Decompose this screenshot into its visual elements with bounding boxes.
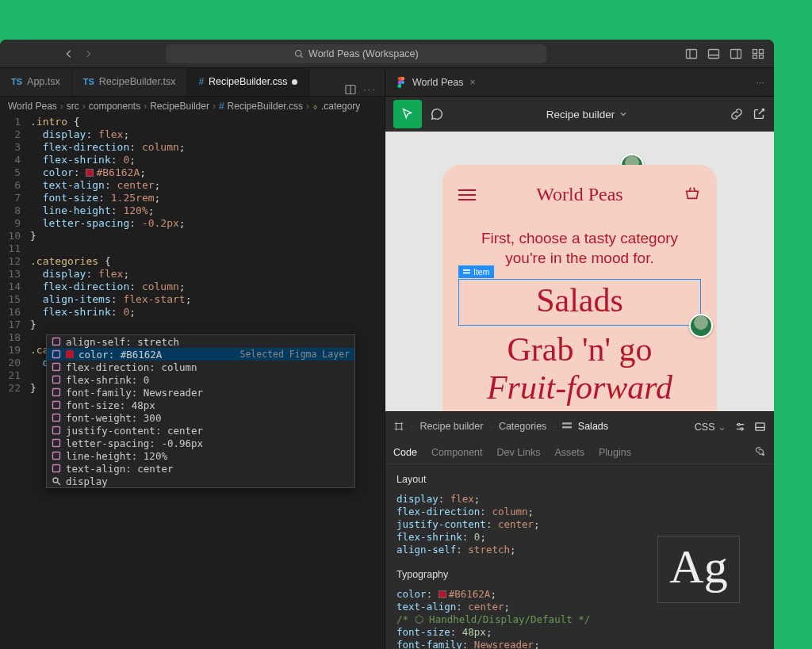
inspector-crumb[interactable]: Categories (499, 421, 546, 432)
layout-panel-bottom-icon[interactable] (707, 48, 720, 60)
suggest-item[interactable]: align-self: stretch (47, 335, 354, 348)
command-search[interactable]: World Peas (Workspace) (166, 44, 546, 63)
typography-css[interactable]: color: #B6162A; text-align: center; /* ⬡… (396, 588, 612, 649)
hamburger-icon (458, 189, 476, 200)
tab-label: RecipeBuilder.css (209, 76, 287, 87)
figma-inspector: · Recipe builder · Categories · Salads C… (385, 411, 774, 649)
nav-back-icon[interactable] (63, 48, 75, 59)
suggest-item[interactable]: color: #B6162ASelected Figma Layer (47, 348, 354, 361)
layout-css[interactable]: display: flex; flex-direction: column; j… (396, 493, 612, 556)
suggest-item[interactable]: font-weight: 300 (47, 411, 354, 424)
inspector-crumb[interactable]: Salads (578, 421, 608, 432)
inspector-tabs: Code Component Dev Links Assets Plugins (385, 441, 774, 464)
design-frame[interactable]: World Peas First, choose a tasty categor… (442, 165, 717, 411)
chevron-down-icon (619, 110, 627, 118)
svg-rect-14 (53, 402, 60, 409)
svg-rect-23 (463, 272, 470, 273)
layout-sidebar-left-icon[interactable] (685, 48, 698, 60)
search-text: World Peas (Workspace) (308, 48, 418, 59)
svg-rect-4 (753, 49, 756, 53)
editor-pane: TS App.tsx TS RecipeBuilder.tsx # Recipe… (0, 68, 385, 649)
svg-rect-19 (53, 465, 60, 472)
tab-label: RecipeBuilder.tsx (99, 76, 176, 87)
tab-devlinks[interactable]: Dev Links (497, 447, 541, 458)
nav-fwd-icon[interactable] (82, 48, 94, 59)
svg-point-26 (737, 423, 740, 426)
suggest-item[interactable]: font-size: 48px (47, 399, 354, 411)
suggest-item[interactable]: text-align: center (47, 462, 354, 475)
suggest-item[interactable]: line-height: 120% (47, 449, 354, 462)
crumb: .category (321, 101, 360, 112)
layout-sidebar-right-icon[interactable] (730, 48, 742, 60)
svg-rect-7 (759, 55, 763, 58)
selected-layer-salads[interactable]: Item Salads (458, 279, 701, 325)
css-mode-dropdown[interactable]: CSS ⌄ (695, 421, 726, 433)
basket-icon (684, 185, 701, 204)
css-file-icon: # (198, 76, 204, 87)
split-editor-icon[interactable] (344, 83, 357, 96)
figma-canvas[interactable]: World Peas First, choose a tasty categor… (385, 132, 774, 411)
ts-file-icon: TS (11, 77, 22, 86)
editor-tabs: TS App.tsx TS RecipeBuilder.tsx # Recipe… (0, 68, 385, 97)
svg-rect-22 (463, 269, 470, 271)
suggest-widget[interactable]: align-self: stretchcolor: #B6162ASelecte… (46, 334, 355, 488)
svg-rect-11 (53, 364, 60, 371)
tab-assets[interactable]: Assets (554, 447, 584, 458)
tab-code[interactable]: Code (393, 447, 417, 458)
svg-point-27 (741, 427, 743, 429)
search-icon (294, 49, 304, 59)
app-window: World Peas (Workspace) TS App.tsx TS Rec… (0, 40, 774, 649)
svg-rect-12 (53, 376, 60, 384)
svg-point-20 (53, 478, 58, 483)
tab-recipebuilder-tsx[interactable]: TS RecipeBuilder.tsx (72, 68, 188, 96)
suggest-item[interactable]: font-family: Newsreader (47, 386, 354, 399)
tab-recipebuilder-css[interactable]: # RecipeBuilder.css (187, 68, 309, 96)
figma-toolbar: Recipe builder (385, 97, 774, 132)
svg-rect-28 (756, 422, 764, 429)
svg-rect-15 (53, 414, 60, 422)
link-icon[interactable] (730, 107, 744, 121)
panel-icon[interactable] (754, 421, 766, 433)
suggest-item[interactable]: flex-direction: column (47, 361, 354, 373)
suggest-item[interactable]: justify-content: center (47, 424, 354, 437)
tab-app-tsx[interactable]: TS App.tsx (0, 68, 72, 96)
open-external-icon[interactable] (752, 107, 766, 121)
more-actions-icon[interactable]: ··· (746, 76, 774, 88)
svg-rect-17 (53, 440, 60, 447)
suggest-item[interactable]: display (47, 475, 354, 487)
section-typography: Typography (396, 569, 612, 580)
avatar[interactable] (689, 314, 713, 338)
svg-rect-1 (686, 49, 696, 58)
crumb: components (89, 101, 140, 112)
category-fruit-forward: Fruit-forward (458, 368, 701, 407)
frame-icon (393, 421, 404, 432)
svg-rect-5 (759, 49, 763, 53)
layout-customize-icon[interactable] (752, 48, 764, 60)
inspect-cursor-button[interactable] (393, 100, 422, 128)
svg-point-0 (296, 50, 302, 56)
svg-rect-25 (562, 426, 572, 428)
tab-label: App.tsx (27, 76, 60, 87)
crumb: src (67, 101, 79, 112)
tab-component[interactable]: Component (431, 447, 483, 458)
svg-point-21 (401, 81, 404, 84)
figma-logo-icon (396, 77, 406, 88)
suggest-item[interactable]: letter-spacing: -0.96px (47, 437, 354, 449)
selection-tag: Item (458, 265, 494, 278)
svg-rect-2 (708, 49, 718, 58)
inspector-crumb[interactable]: Recipe builder (419, 421, 483, 432)
more-actions-icon[interactable]: ··· (363, 83, 377, 96)
suggest-item[interactable]: flex-shrink: 0 (47, 373, 354, 386)
dirty-indicator-icon (292, 79, 297, 85)
figma-tab[interactable]: World Peas × (385, 68, 487, 97)
close-icon[interactable]: × (469, 77, 475, 88)
tab-plugins[interactable]: Plugins (599, 447, 631, 458)
add-tool-icon[interactable] (753, 445, 766, 460)
figma-title[interactable]: Recipe builder (546, 109, 615, 120)
breadcrumb[interactable]: World Peas› src› components› RecipeBuild… (0, 97, 385, 116)
crumb: RecipeBuilder (150, 101, 209, 112)
svg-rect-16 (53, 427, 60, 434)
comment-icon[interactable] (430, 107, 444, 121)
settings-icon[interactable] (734, 421, 746, 433)
ts-file-icon: TS (83, 77, 94, 86)
